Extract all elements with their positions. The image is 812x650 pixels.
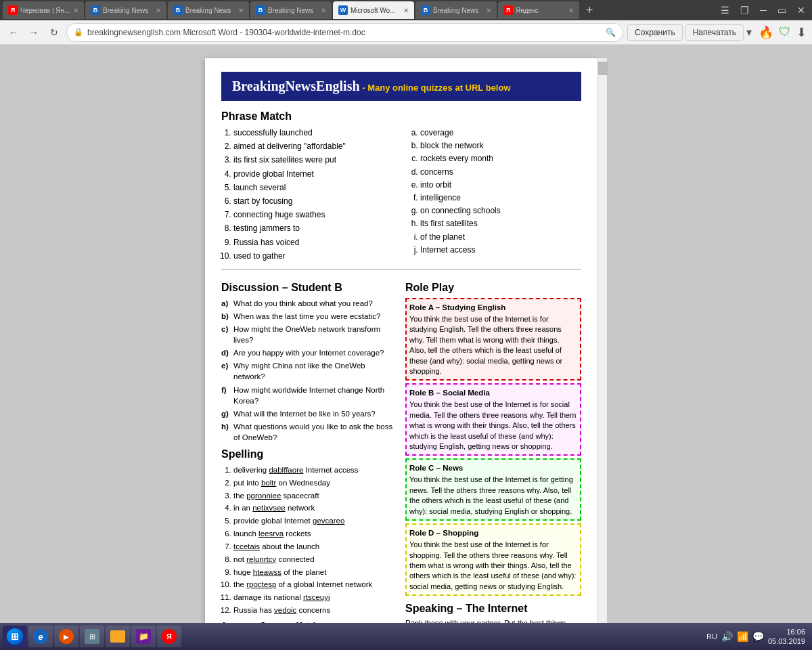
list-item: b)When was the last time you were ecstat… [221,311,399,322]
title-bar: Я Черновик | Ян... ✕ B Breaking News ✕ B… [0,0,812,20]
taskbar-app-folder[interactable] [106,626,130,647]
tab-close[interactable]: ✕ [486,7,491,14]
role-b-header: Role B – Social Media [409,387,577,398]
restore-icon[interactable]: ❐ [736,5,753,16]
tab-close[interactable]: ✕ [73,7,78,14]
list-item: launch several [233,181,394,194]
taskbar-tray: RU 🔊 📶 💬 16:06 05.03.2019 [702,627,809,647]
yandex-favicon: Я [8,5,18,15]
list-item: into orbit [420,179,581,192]
tab-close[interactable]: ✕ [156,7,161,14]
lang-indicator: RU [706,632,717,641]
taskbar-app-yandex[interactable]: Я [157,626,181,647]
spelling-list: delivering dablffaore Internet access pu… [233,464,399,617]
list-item: tccetais about the launch [233,541,399,553]
tab-breaking-news-1[interactable]: B Breaking News ✕ [85,1,166,19]
dropdown-arrow[interactable]: ▾ [746,26,752,39]
document-header: BreakingNewsEnglish - Many online quizze… [221,72,581,101]
menu-icon[interactable]: ☰ [717,5,734,16]
list-item: damage its national rtsceuyi [233,592,399,604]
extension-icon-1[interactable]: 🔥 [759,25,773,40]
clock-time: 16:06 [768,627,805,636]
list-item: testing jammers to [233,222,394,235]
speaking-title: Speaking – The Internet [405,603,581,615]
print-button[interactable]: Напечатать [685,24,744,41]
tab-breaking-news-2[interactable]: B Breaking News ✕ [168,1,249,19]
list-item: c)How might the OneWeb network transform… [221,324,399,345]
navigation-bar: ← → ↻ 🔒 breakingnewsenglish.com Microsof… [0,20,812,45]
tab-word-active[interactable]: W Microsoft Wo... ✕ [333,1,414,19]
list-item: intelligence [420,192,581,204]
clock-date: 05.03.2019 [768,636,805,646]
tab-breaking-news-3[interactable]: B Breaking News ✕ [250,1,332,19]
network-icon[interactable]: 📶 [737,631,748,642]
search-icon: 🔍 [606,28,616,37]
calculator-icon: ⊞ [85,629,99,644]
taskbar-app-ie[interactable]: e [28,626,53,647]
volume-icon[interactable]: 🔊 [721,631,733,642]
taskbar-app-calculator[interactable]: ⊞ [80,626,104,647]
taskbar-app-explorer[interactable]: 📁 [131,626,156,647]
notification-icon[interactable]: 💬 [752,631,764,642]
taskbar-app-media[interactable]: ▶ [54,626,78,647]
list-item: rockets every month [420,152,581,165]
phrase-left-list: successfully launched aimed at deliverin… [233,127,394,263]
role-c-header: Role C – News [409,462,577,473]
header-title: BreakingNewsEnglish [232,79,360,93]
forward-button[interactable]: → [26,24,42,41]
tab-yandex[interactable]: Я Яндекс ✕ [498,1,579,19]
list-item: Russia has vedoic concerns [233,605,399,617]
yandex-browser-icon: Я [162,629,177,644]
extension-icon-2[interactable]: 🛡 [779,25,791,39]
section-divider [221,269,581,269]
phrase-match-section: Phrase Match successfully launched aimed… [221,110,581,263]
list-item: put into boltr on Wednesday [233,477,399,490]
list-item: successfully launched [233,127,394,139]
list-item: coverage [420,127,581,139]
role-play-section: Role A – Studying English You think the … [405,298,581,596]
b-favicon: B [173,5,183,15]
back-button[interactable]: ← [5,24,22,41]
role-b-text: You think the best use of the Internet i… [409,399,577,452]
tab-breaking-news-4[interactable]: B Breaking News ✕ [415,1,497,19]
new-tab-button[interactable]: + [581,3,599,18]
tab-label: Черновик | Ян... [20,7,70,14]
list-item: of the planet [420,231,581,244]
close-window-button[interactable]: ✕ [793,5,809,16]
role-c-text: You think the best use of the Internet i… [409,475,577,517]
refresh-button[interactable]: ↻ [46,24,62,41]
tab-yandex-draft[interactable]: Я Черновик | Ян... ✕ [3,1,84,19]
tab-close[interactable]: ✕ [403,7,409,14]
maximize-icon[interactable]: ▭ [773,5,790,16]
bottom-left-column: Discussion – Student B a)What do you thi… [221,275,399,650]
scrollbar[interactable] [597,58,607,650]
b-favicon: B [91,5,100,15]
list-item: d)Are you happy with your Internet cover… [221,347,399,358]
address-text: breakingnewsenglish.com Microsoft Word -… [87,28,602,37]
download-icon[interactable]: ⬇ [796,25,807,40]
list-item: connecting huge swathes [233,209,394,221]
tab-close[interactable]: ✕ [568,7,574,14]
list-item: block the network [420,139,581,152]
minimize-icon[interactable]: ─ [756,5,771,16]
start-logo: ⊞ [7,628,23,645]
scroll-thumb[interactable] [598,62,608,75]
tab-label: Breaking News [103,7,148,14]
folder-icon [110,630,125,643]
tab-label: Breaking News [268,7,313,14]
list-item: e)Why might China not like the OneWeb ne… [221,360,399,382]
window-controls: ☰ ❐ ─ ▭ ✕ [717,5,809,16]
tab-label: Яндекс [516,7,539,14]
address-bar[interactable]: 🔒 breakingnewsenglish.com Microsoft Word… [66,23,623,42]
save-button[interactable]: Сохранить [627,24,683,41]
start-button[interactable]: ⊞ [3,626,27,647]
bottom-content: Discussion – Student B a)What do you thi… [221,275,581,650]
list-item: start by focusing [233,195,394,208]
list-item: launch leesrva rockets [233,528,399,540]
tab-close[interactable]: ✕ [238,7,244,14]
tab-close[interactable]: ✕ [321,7,326,14]
yandex-favicon: Я [503,5,513,15]
list-item: in an netixvsee network [233,502,399,515]
list-item: the rpoctesp of a global Internet networ… [233,579,399,591]
security-lock-icon: 🔒 [74,28,83,37]
